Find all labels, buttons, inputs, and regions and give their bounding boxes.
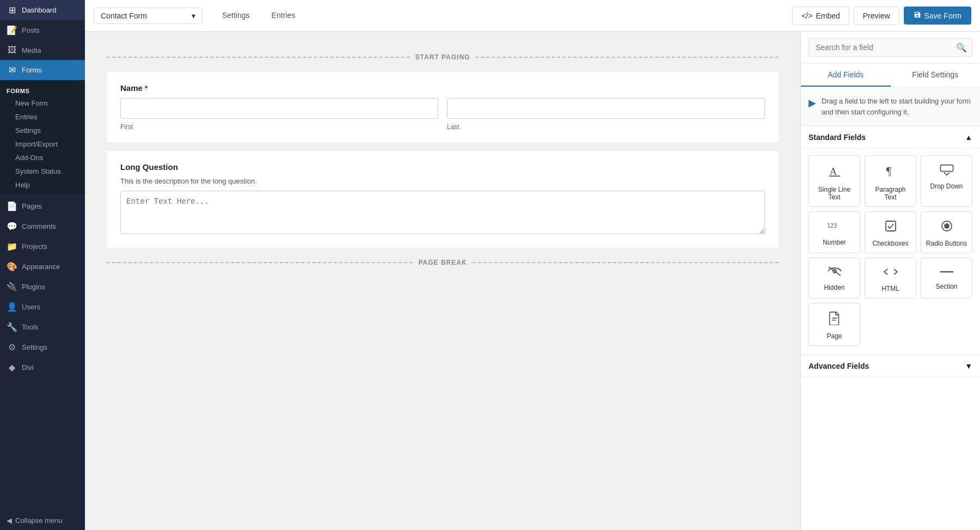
field-card-label: Hidden (824, 284, 844, 291)
topbar-actions: </> Embed Preview Save Form (792, 7, 971, 25)
sidebar-item-label: Settings (22, 343, 47, 351)
save-form-button[interactable]: Save Form (904, 7, 971, 25)
field-card-checkboxes[interactable]: Checkboxes (865, 211, 916, 253)
field-card-html[interactable]: HTML (865, 258, 916, 298)
embed-button[interactable]: </> Embed (792, 7, 849, 25)
sidebar-item-dashboard[interactable]: ⊞ Dashboard (0, 0, 85, 20)
field-card-label: Checkboxes (872, 240, 908, 247)
field-card-label: Page (826, 332, 842, 340)
page-icon (828, 311, 841, 328)
last-name-sublabel: Last (447, 123, 765, 131)
form-selector[interactable]: Contact Form ▾ (94, 8, 203, 24)
html-icon (883, 266, 898, 281)
tab-add-fields[interactable]: Add Fields (801, 64, 891, 87)
page-break-divider: PAGE BREAK (107, 259, 779, 266)
field-card-label: Paragraph Text (869, 186, 911, 201)
forms-group-label: Forms (0, 82, 85, 96)
first-name-wrap: First (120, 98, 438, 131)
field-card-label: HTML (881, 285, 899, 293)
sidebar-sub-new-form[interactable]: New Form (0, 96, 85, 110)
collapse-label: Collapse menu (15, 516, 63, 525)
sidebar-sub-help[interactable]: Help (0, 178, 85, 192)
field-card-label: Section (935, 283, 957, 290)
sidebar-item-pages[interactable]: 📄 Pages (0, 196, 85, 216)
sidebar-sub-add-ons[interactable]: Add-Ons (0, 151, 85, 165)
sidebar-item-posts[interactable]: 📝 Posts (0, 20, 85, 40)
forms-icon: ✉ (7, 65, 17, 75)
number-icon: 123 (827, 220, 842, 234)
radio-buttons-icon (940, 220, 953, 235)
first-name-input[interactable] (120, 98, 438, 119)
advanced-fields-label: Advanced Fields (808, 362, 869, 370)
embed-label: Embed (816, 11, 840, 20)
preview-button[interactable]: Preview (854, 7, 899, 25)
sidebar-arrow-icon: ▶ (77, 64, 85, 76)
field-card-hidden[interactable]: Hidden (808, 258, 860, 298)
long-question-description: This is the description for the long que… (120, 177, 765, 185)
sidebar-sub-entries[interactable]: Entries (0, 110, 85, 124)
hint-text: Drag a field to the left to start buildi… (822, 96, 972, 117)
topbar: Contact Form ▾ Settings Entries </> Embe… (85, 0, 980, 32)
sidebar-item-label: Tools (22, 323, 38, 331)
field-card-label: Drop Down (930, 182, 963, 190)
tab-settings[interactable]: Settings (211, 0, 261, 31)
expand-advanced-icon: ▼ (965, 362, 972, 370)
tab-entries[interactable]: Entries (261, 0, 307, 31)
field-card-label: Radio Buttons (926, 240, 967, 247)
page-break-label: PAGE BREAK (418, 259, 467, 266)
standard-fields-header[interactable]: Standard Fields ▲ (801, 126, 980, 149)
field-card-paragraph-text[interactable]: ¶ Paragraph Text (865, 155, 916, 207)
collapse-menu-button[interactable]: ◀ Collapse menu (0, 511, 85, 530)
comments-icon: 💬 (7, 221, 17, 232)
field-card-page[interactable]: Page (808, 303, 860, 346)
sidebar-item-media[interactable]: 🖼 Media (0, 40, 85, 60)
field-card-section[interactable]: Section (921, 258, 972, 298)
collapse-fields-icon: ▲ (965, 133, 972, 142)
settings-icon: ⚙ (7, 342, 17, 352)
embed-icon: </> (801, 11, 812, 20)
svg-text:¶: ¶ (886, 165, 891, 178)
long-question-textarea[interactable] (120, 191, 765, 234)
sidebar-item-appearance[interactable]: 🎨 Appearance (0, 257, 85, 277)
sidebar-item-users[interactable]: 👤 Users (0, 297, 85, 317)
single-line-text-icon: A (827, 163, 842, 181)
media-icon: 🖼 (7, 45, 17, 55)
standard-fields-label: Standard Fields (808, 133, 866, 142)
save-icon (914, 11, 921, 20)
name-field-block[interactable]: Name * First Last (107, 72, 779, 142)
drop-down-icon (939, 163, 954, 178)
field-card-single-line-text[interactable]: A Single Line Text (808, 155, 860, 207)
last-name-wrap: Last (447, 98, 765, 131)
advanced-fields-header[interactable]: Advanced Fields ▼ (801, 355, 980, 377)
sidebar-item-tools[interactable]: 🔧 Tools (0, 317, 85, 337)
form-canvas: START PAGING Name * First Last (85, 32, 800, 530)
sidebar: ⊞ Dashboard 📝 Posts 🖼 Media ✉ Forms ▶ Fo… (0, 0, 85, 530)
required-marker: * (145, 84, 148, 93)
sidebar-item-label: Users (22, 303, 40, 311)
field-card-radio-buttons[interactable]: Radio Buttons (921, 211, 972, 253)
sidebar-item-label: Comments (22, 222, 56, 230)
posts-icon: 📝 (7, 25, 17, 35)
sidebar-item-label: Posts (22, 26, 40, 34)
last-name-input[interactable] (447, 98, 765, 119)
name-field-label: Name * (120, 83, 765, 93)
field-card-number[interactable]: 123 Number (808, 211, 860, 253)
pages-icon: 📄 (7, 201, 17, 211)
sidebar-item-forms[interactable]: ✉ Forms ▶ (0, 60, 85, 80)
sidebar-item-settings[interactable]: ⚙ Settings (0, 337, 85, 357)
sidebar-item-divi[interactable]: ◆ Divi (0, 357, 85, 377)
sidebar-sub-settings[interactable]: Settings (0, 124, 85, 137)
tab-field-settings[interactable]: Field Settings (891, 64, 981, 87)
sidebar-sub-system-status[interactable]: System Status (0, 165, 85, 178)
search-field-input[interactable] (808, 38, 972, 57)
search-icon-button[interactable]: 🔍 (956, 42, 967, 53)
field-card-drop-down[interactable]: Drop Down (921, 155, 972, 207)
panel-tabs: Add Fields Field Settings (801, 64, 980, 87)
sidebar-item-comments[interactable]: 💬 Comments (0, 216, 85, 236)
sidebar-item-projects[interactable]: 📁 Projects (0, 236, 85, 257)
sidebar-sub-import-export[interactable]: Import/Export (0, 137, 85, 151)
sidebar-item-label: Pages (22, 202, 42, 210)
right-panel: 🔍 Add Fields Field Settings ▶ Drag a fie… (800, 32, 980, 530)
long-question-field-block[interactable]: Long Question This is the description fo… (107, 151, 779, 248)
sidebar-item-plugins[interactable]: 🔌 Plugins (0, 277, 85, 297)
